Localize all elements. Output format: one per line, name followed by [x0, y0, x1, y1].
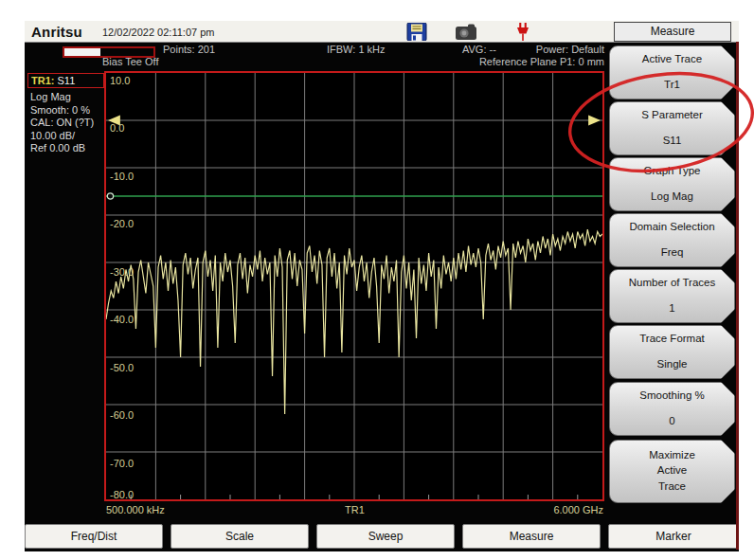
softkey-label: Smoothing %	[614, 389, 730, 401]
trace-sparam-label: S11	[58, 75, 76, 86]
reference-plane-status: Reference Plane P1: 0 mm	[479, 56, 604, 67]
trace-name-label: TR1	[345, 504, 365, 515]
menu-title: Measure	[614, 22, 731, 42]
softkey-value: 1	[614, 302, 730, 314]
trace-settings-list: Log Mag Smooth: 0 % CAL: ON (?T) 10.00 d…	[30, 91, 94, 155]
bottom-menu-scale[interactable]: Scale	[171, 524, 309, 549]
points-status: Points: 201	[163, 44, 215, 55]
power-status: Power: Default	[536, 44, 604, 55]
reference-arrow-left-icon	[108, 116, 120, 126]
trace-setting: 10.00 dB/	[30, 130, 94, 143]
softkey-label: S Parameter	[614, 109, 730, 120]
softkey-value: Single	[614, 358, 730, 370]
softkey-label: Trace Format	[614, 333, 730, 344]
avg-status: AVG: --	[462, 44, 496, 55]
trace-plot[interactable]: 10.00.0-10.0-20.0-30.0-40.0-50.0-60.0-70…	[104, 71, 604, 501]
trace-id-label: TR1:	[31, 75, 54, 86]
start-frequency-label: 500.000 kHz	[106, 504, 165, 515]
softkey-label: Domain Selection	[614, 221, 730, 232]
menu-button-smoothing[interactable]: Smoothing % 0	[609, 382, 735, 436]
stop-frequency-label: 6.000 GHz	[553, 504, 603, 515]
menu-button-trace-format[interactable]: Trace Format Single	[609, 325, 735, 379]
instrument-screen: Anritsu 12/02/2022 02:11:07 pm	[25, 21, 739, 551]
bottom-menu-measure[interactable]: Measure	[462, 524, 601, 549]
menu-button-s-parameter[interactable]: S Parameter S11	[609, 101, 735, 155]
datetime-label: 12/02/2022 02:11:07 pm	[102, 27, 214, 38]
menu-button-graph-type[interactable]: Graph Type Log Mag	[609, 157, 735, 211]
trace-info-box[interactable]: TR1: S11	[27, 73, 104, 88]
page: Anritsu 12/02/2022 02:11:07 pm	[0, 0, 754, 560]
save-icon[interactable]	[405, 23, 428, 41]
menu-button-domain-selection[interactable]: Domain Selection Freq	[609, 213, 735, 267]
bottom-menu-freq-dist[interactable]: Freq/Dist	[25, 524, 163, 549]
softkey-value: S11	[614, 135, 730, 146]
softkey-value: Freq	[614, 246, 730, 258]
ifbw-status: IFBW: 1 kHz	[327, 44, 386, 55]
menu-button-maximize-active-trace[interactable]: Maximize Active Trace	[609, 440, 735, 503]
bottom-menu-sweep[interactable]: Sweep	[316, 524, 455, 549]
trace-setting: Log Mag	[30, 91, 94, 104]
anritsu-logo: Anritsu	[31, 24, 82, 40]
softkey-value: Log Mag	[614, 190, 730, 202]
softkey-value: Tr1	[614, 79, 730, 90]
power-plug-icon	[512, 23, 534, 41]
softkey-label: Graph Type	[614, 165, 730, 176]
limit-line-marker	[107, 193, 113, 199]
reference-arrow-right-icon	[588, 116, 601, 126]
bottom-menu-marker[interactable]: Marker	[608, 524, 739, 549]
camera-icon[interactable]	[455, 23, 477, 41]
trace-setting: Ref 0.00 dB	[30, 142, 94, 155]
softkey-value: 0	[614, 415, 730, 426]
softkey-label: Number of Traces	[614, 277, 730, 288]
trace-setting: Smooth: 0 %	[30, 104, 94, 117]
bias-tee-status: Bias Tee Off	[102, 56, 159, 67]
softkey-label: Active Trace	[614, 53, 730, 64]
menu-button-number-of-traces[interactable]: Number of Traces 1	[609, 269, 735, 323]
softkey-label: Maximize	[614, 449, 730, 461]
softkey-label: Trace	[614, 480, 730, 492]
softkey-label: Active	[614, 464, 730, 476]
menu-button-active-trace[interactable]: Active Trace Tr1	[609, 45, 735, 99]
grid-lines	[106, 73, 602, 499]
top-bar: Anritsu 12/02/2022 02:11:07 pm	[25, 21, 739, 43]
trace-setting: CAL: ON (?T)	[30, 117, 94, 130]
sweep-progress-fill	[64, 48, 100, 56]
